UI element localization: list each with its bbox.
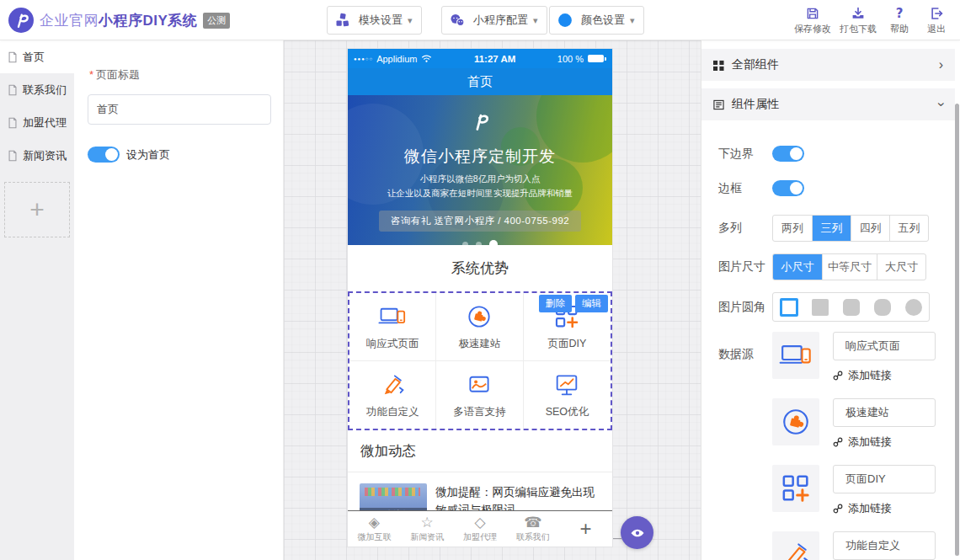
sidebar-item-news[interactable]: 新闻资讯 bbox=[0, 139, 74, 172]
banner-cta-pill: 咨询有礼 送官网小程序 / 400-0755-992 bbox=[379, 211, 581, 232]
grid-item-custom[interactable]: 功能自定义 bbox=[349, 361, 436, 429]
columns-label: 多列 bbox=[718, 221, 772, 236]
datasource-name-input[interactable] bbox=[833, 531, 936, 560]
grid-item-multilang[interactable]: 多语言支持 bbox=[436, 361, 523, 429]
bottom-margin-toggle[interactable] bbox=[772, 146, 804, 162]
page-title-input[interactable] bbox=[88, 94, 271, 125]
size-option-small-selected[interactable]: 小尺寸 bbox=[773, 254, 822, 280]
set-home-toggle[interactable] bbox=[88, 147, 120, 163]
top-actions: 保存修改 打包下载 ? 帮助 退出 bbox=[790, 0, 955, 40]
color-settings-label: 颜色设置 bbox=[581, 13, 625, 28]
border-label: 边框 bbox=[718, 181, 772, 196]
add-link-button[interactable]: 添加链接 bbox=[833, 368, 936, 383]
save-button[interactable]: 保存修改 bbox=[790, 6, 835, 35]
app-title-bold: 小程序DIY系统 bbox=[99, 13, 197, 29]
datasource-icon-box bbox=[772, 332, 819, 379]
speed-build-icon bbox=[465, 302, 493, 331]
selected-component-outline[interactable]: 删除 编辑 响应式页面 极速建站 页面DIY bbox=[348, 291, 612, 430]
svg-text:?: ? bbox=[896, 6, 904, 21]
radius-option-square-selected[interactable] bbox=[773, 293, 804, 321]
tab-contact[interactable]: ☎ 联系我们 bbox=[506, 511, 559, 547]
module-settings-label: 模块设置 bbox=[359, 13, 403, 28]
all-components-header[interactable]: 全部组件 › bbox=[701, 49, 955, 81]
miniprogram-config-dropdown[interactable]: 小程序配置 ▾ bbox=[441, 6, 547, 35]
border-row: 边框 bbox=[718, 180, 955, 196]
required-mark: * bbox=[89, 68, 93, 81]
grid-item-seo[interactable]: SEO优化 bbox=[524, 361, 611, 429]
link-icon bbox=[833, 371, 843, 381]
add-page-button[interactable]: + bbox=[4, 182, 70, 237]
datasource-name-input[interactable] bbox=[833, 398, 936, 427]
tab-add-button[interactable]: + bbox=[559, 511, 612, 547]
seo-icon bbox=[552, 371, 581, 399]
page-list-sidebar: 首页 联系我们 加盟代理 新闻资讯 + bbox=[0, 40, 74, 560]
advantage-section-title: 系统优势 bbox=[348, 245, 612, 291]
exit-icon bbox=[929, 6, 944, 21]
module-settings-dropdown[interactable]: 模块设置 ▾ bbox=[327, 6, 422, 35]
grid-item-responsive[interactable]: 响应式页面 bbox=[349, 293, 436, 361]
exit-button[interactable]: 退出 bbox=[918, 6, 955, 35]
chevron-right-icon: › bbox=[939, 57, 943, 72]
preview-connector-line bbox=[613, 538, 621, 539]
bottom-margin-row: 下边界 bbox=[718, 146, 955, 162]
datasource-list: 添加链接 添加链接 bbox=[772, 332, 936, 560]
datasource-name-input[interactable] bbox=[833, 332, 936, 360]
radius-option-slight[interactable] bbox=[804, 293, 835, 321]
delete-component-button[interactable]: 删除 bbox=[539, 295, 572, 312]
carousel-dot-active[interactable] bbox=[489, 240, 498, 245]
banner-subtitle-2: 让企业以及商家在短时间里实现提升品牌和销量 bbox=[348, 188, 612, 200]
carousel-dots[interactable] bbox=[348, 240, 612, 245]
sidebar-item-label: 加盟代理 bbox=[23, 115, 67, 131]
tab-weijia[interactable]: ◈ 微加互联 bbox=[348, 511, 401, 547]
sidebar-item-home[interactable]: 首页 bbox=[0, 40, 74, 73]
datasource-row: 数据源 添加链接 bbox=[718, 332, 955, 560]
radius-option-group bbox=[772, 292, 930, 322]
diamond-icon: ◇ bbox=[474, 515, 485, 531]
phone-tab-bar: ◈ 微加互联 ☆ 新闻资讯 ◇ 加盟代理 ☎ 联系我们 + bbox=[348, 510, 612, 547]
speed-build-icon bbox=[779, 405, 813, 439]
help-button[interactable]: ? 帮助 bbox=[881, 6, 918, 35]
tab-news[interactable]: ☆ 新闻资讯 bbox=[401, 511, 454, 547]
save-label: 保存修改 bbox=[794, 23, 831, 35]
carousel-dot[interactable] bbox=[462, 242, 468, 246]
image-size-segmented-control: 小尺寸 中等尺寸 大尺寸 bbox=[772, 253, 926, 280]
columns-option-3-selected[interactable]: 三列 bbox=[812, 216, 851, 241]
radius-option-round[interactable] bbox=[867, 293, 898, 321]
columns-option-2[interactable]: 两列 bbox=[773, 216, 812, 241]
link-icon bbox=[833, 504, 843, 514]
border-toggle[interactable] bbox=[772, 180, 804, 196]
download-label: 打包下载 bbox=[840, 23, 877, 35]
carousel-dot[interactable] bbox=[476, 242, 482, 246]
components-grid-icon bbox=[713, 60, 724, 71]
radius-option-circle[interactable] bbox=[898, 293, 929, 321]
grid-item-speed[interactable]: 极速建站 bbox=[436, 293, 523, 361]
add-link-button[interactable]: 添加链接 bbox=[833, 435, 936, 450]
sidebar-item-contact[interactable]: 联系我们 bbox=[0, 73, 74, 106]
banner-carousel[interactable]: 微信小程序定制开发 小程序以微信8亿用户为切入点 让企业以及商家在短时间里实现提… bbox=[348, 95, 612, 245]
app-title-light: 企业官网 bbox=[40, 13, 99, 29]
radius-option-rounded[interactable] bbox=[835, 293, 867, 321]
props-list-icon bbox=[713, 99, 724, 110]
sidebar-item-agent[interactable]: 加盟代理 bbox=[0, 106, 74, 139]
size-option-large[interactable]: 大尺寸 bbox=[877, 254, 925, 280]
preview-eye-button[interactable] bbox=[621, 516, 653, 549]
columns-option-4[interactable]: 四列 bbox=[851, 216, 889, 241]
size-option-medium[interactable]: 中等尺寸 bbox=[822, 254, 877, 280]
vertical-scrollbar[interactable] bbox=[955, 104, 959, 556]
help-icon: ? bbox=[892, 6, 907, 21]
color-settings-dropdown[interactable]: 颜色设置 ▾ bbox=[549, 6, 644, 35]
datasource-name-input[interactable] bbox=[833, 465, 936, 493]
download-button[interactable]: 打包下载 bbox=[835, 6, 881, 35]
component-props-panel: 全部组件 › 组件属性 › 下边界 边框 多列 两列 三列 四列 bbox=[701, 40, 955, 560]
advantage-grid: 响应式页面 极速建站 页面DIY 功能自定义 bbox=[349, 293, 611, 429]
image-size-label: 图片尺寸 bbox=[718, 259, 772, 275]
component-props-header[interactable]: 组件属性 › bbox=[701, 88, 955, 120]
tab-agent[interactable]: ◇ 加盟代理 bbox=[454, 511, 507, 547]
plus-icon: + bbox=[580, 516, 592, 541]
signal-icon: ●●●○○ bbox=[354, 56, 373, 61]
chevron-down-icon: › bbox=[933, 102, 948, 106]
edit-component-button[interactable]: 编辑 bbox=[575, 295, 608, 312]
add-link-button[interactable]: 添加链接 bbox=[833, 501, 936, 516]
page-form-panel: *页面标题 设为首页 bbox=[74, 40, 284, 560]
columns-option-5[interactable]: 五列 bbox=[889, 216, 928, 241]
